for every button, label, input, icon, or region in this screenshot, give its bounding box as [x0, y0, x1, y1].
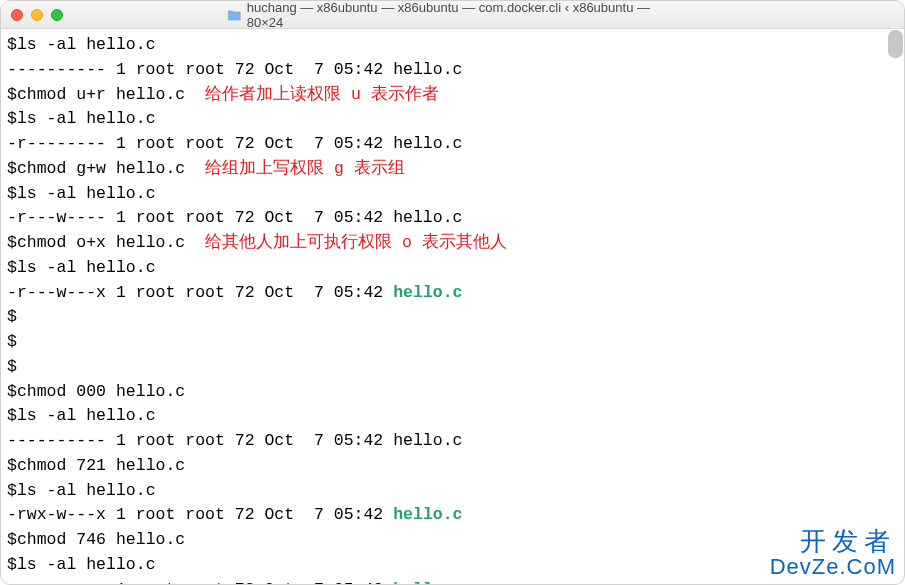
output: ---------- 1 root root 72 Oct 7 05:42 he…: [7, 60, 462, 79]
terminal-line: ---------- 1 root root 72 Oct 7 05:42 he…: [7, 58, 898, 83]
command: ls -al hello.c: [17, 35, 156, 54]
prompt: $: [7, 406, 17, 425]
command: ls -al hello.c: [17, 184, 156, 203]
prompt: $: [7, 555, 17, 574]
prompt: $: [7, 530, 17, 549]
terminal-line: ---------- 1 root root 72 Oct 7 05:42 he…: [7, 429, 898, 454]
terminal-line: $ls -al hello.c: [7, 256, 898, 281]
prompt: $: [7, 233, 17, 252]
terminal-line: -rwx-w---x 1 root root 72 Oct 7 05:42 he…: [7, 503, 898, 528]
output: -rwx-w---x 1 root root 72 Oct 7 05:42: [7, 505, 393, 524]
command: chmod 721 hello.c: [17, 456, 185, 475]
command: ls -al hello.c: [17, 481, 156, 500]
terminal-line: $: [7, 330, 898, 355]
command: ls -al hello.c: [17, 406, 156, 425]
prompt: $: [7, 357, 17, 376]
command: chmod 746 hello.c: [17, 530, 185, 549]
terminal-line: -rwxr--rw- 1 root root 72 Oct 7 05:42 he…: [7, 578, 898, 585]
filename-executable: hello.c: [393, 505, 462, 524]
watermark: 开发者 DevZe.CoM: [770, 528, 896, 578]
command: chmod 000 hello.c: [17, 382, 185, 401]
prompt: $: [7, 456, 17, 475]
prompt: $: [7, 85, 17, 104]
traffic-lights: [11, 9, 63, 21]
annotation: 给作者加上读权限 u 表示作者: [185, 85, 439, 104]
prompt: $: [7, 481, 17, 500]
terminal-line: $ls -al hello.c: [7, 404, 898, 429]
command: chmod u+r hello.c: [17, 85, 185, 104]
output: ---------- 1 root root 72 Oct 7 05:42 he…: [7, 431, 462, 450]
output: -r---w---x 1 root root 72 Oct 7 05:42: [7, 283, 393, 302]
prompt: $: [7, 307, 17, 326]
terminal-line: $ls -al hello.c: [7, 553, 898, 578]
prompt: $: [7, 332, 17, 351]
terminal-line: $: [7, 305, 898, 330]
window-title-text: huchang — x86ubuntu — x86ubuntu — com.do…: [247, 0, 679, 30]
terminal-line: $chmod 746 hello.c: [7, 528, 898, 553]
window-title: huchang — x86ubuntu — x86ubuntu — com.do…: [227, 0, 679, 30]
maximize-icon[interactable]: [51, 9, 63, 21]
terminal-line: -r-------- 1 root root 72 Oct 7 05:42 he…: [7, 132, 898, 157]
terminal-line: $chmod u+r hello.c 给作者加上读权限 u 表示作者: [7, 83, 898, 108]
prompt: $: [7, 159, 17, 178]
terminal-line: $chmod 000 hello.c: [7, 380, 898, 405]
titlebar[interactable]: huchang — x86ubuntu — x86ubuntu — com.do…: [1, 1, 904, 29]
scrollbar-thumb[interactable]: [888, 30, 903, 58]
output: -r-------- 1 root root 72 Oct 7 05:42 he…: [7, 134, 462, 153]
terminal-window: huchang — x86ubuntu — x86ubuntu — com.do…: [0, 0, 905, 585]
close-icon[interactable]: [11, 9, 23, 21]
prompt: $: [7, 382, 17, 401]
prompt: $: [7, 109, 17, 128]
terminal-line: $chmod 721 hello.c: [7, 454, 898, 479]
minimize-icon[interactable]: [31, 9, 43, 21]
output: -rwxr--rw- 1 root root 72 Oct 7 05:42: [7, 580, 393, 585]
prompt: $: [7, 258, 17, 277]
terminal-line: $ls -al hello.c: [7, 479, 898, 504]
terminal-line: $ls -al hello.c: [7, 107, 898, 132]
annotation: 给组加上写权限 g 表示组: [185, 159, 405, 178]
filename-executable: hello.c: [393, 283, 462, 302]
terminal-line: $chmod o+x hello.c 给其他人加上可执行权限 o 表示其他人: [7, 231, 898, 256]
prompt: $: [7, 35, 17, 54]
terminal-line: $ls -al hello.c: [7, 33, 898, 58]
watermark-line2: DevZe.CoM: [770, 555, 896, 578]
terminal-line: $chmod g+w hello.c 给组加上写权限 g 表示组: [7, 157, 898, 182]
terminal-body[interactable]: $ls -al hello.c---------- 1 root root 72…: [1, 29, 904, 584]
filename-executable: hello.c: [393, 580, 462, 585]
command: ls -al hello.c: [17, 109, 156, 128]
output: -r---w---- 1 root root 72 Oct 7 05:42 he…: [7, 208, 462, 227]
command: ls -al hello.c: [17, 258, 156, 277]
watermark-line1: 开发者: [770, 528, 896, 555]
terminal-line: $ls -al hello.c: [7, 182, 898, 207]
command: chmod g+w hello.c: [17, 159, 185, 178]
command: chmod o+x hello.c: [17, 233, 185, 252]
terminal-line: -r---w---x 1 root root 72 Oct 7 05:42 he…: [7, 281, 898, 306]
terminal-line: $: [7, 355, 898, 380]
command: ls -al hello.c: [17, 555, 156, 574]
folder-icon: [227, 8, 241, 22]
terminal-line: -r---w---- 1 root root 72 Oct 7 05:42 he…: [7, 206, 898, 231]
prompt: $: [7, 184, 17, 203]
annotation: 给其他人加上可执行权限 o 表示其他人: [185, 233, 507, 252]
